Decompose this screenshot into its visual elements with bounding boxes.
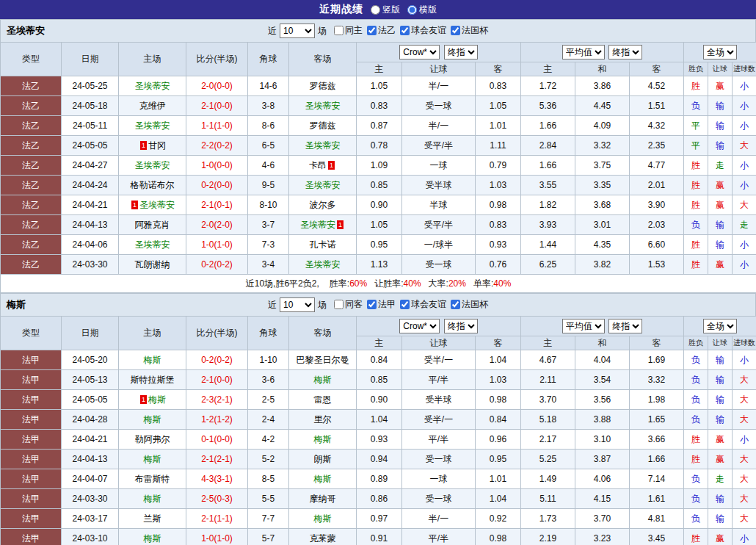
home-team-link[interactable]: 瓦朗谢纳 <box>135 259 170 270</box>
match-count-select[interactable]: 10 <box>280 24 315 38</box>
result-cell: 负 <box>684 390 708 410</box>
away-team-link[interactable]: 梅斯 <box>314 474 332 484</box>
away-team-link[interactable]: 波尔多 <box>310 200 336 210</box>
vertical-layout-radio[interactable] <box>371 5 380 15</box>
away-team-link[interactable]: 圣埃蒂安 <box>305 101 341 111</box>
filter-option[interactable]: 法甲 <box>367 298 396 311</box>
home-team-link[interactable]: 梅斯 <box>144 454 161 464</box>
filter-checkbox[interactable] <box>451 300 460 309</box>
layout-option-vertical[interactable]: 竖版 <box>371 4 400 16</box>
away-team-link[interactable]: 圣埃蒂安 <box>305 259 341 270</box>
away-team-link[interactable]: 梅斯 <box>314 513 332 524</box>
asian-index-select[interactable]: 终指 <box>444 45 478 59</box>
away-team-link[interactable]: 罗德兹 <box>310 120 336 131</box>
corners-cell: 8-6 <box>248 116 289 136</box>
euro-odds-cell: 4.15 <box>575 489 630 509</box>
home-team-link[interactable]: 梅斯 <box>144 533 161 544</box>
away-team-link[interactable]: 里尔 <box>314 414 332 425</box>
away-team-link[interactable]: 卡昂 <box>309 160 327 170</box>
home-team-link[interactable]: 圣埃蒂安 <box>135 239 170 250</box>
horizontal-layout-radio[interactable] <box>407 5 417 15</box>
home-team-link[interactable]: 格勒诺布尔 <box>131 180 175 190</box>
home-team-link[interactable]: 斯特拉斯堡 <box>131 375 175 385</box>
sections-container: 圣埃蒂安 近 10 场 同主法乙球会友谊法国杯 类型 日期 主场 <box>0 19 756 545</box>
euro-index-select[interactable]: 终指 <box>608 319 642 333</box>
result-scope-select[interactable]: 全场 <box>703 319 737 333</box>
games-label: 场 <box>318 25 327 37</box>
home-team-link[interactable]: 圣埃蒂安 <box>135 120 170 131</box>
away-team-link[interactable]: 克莱蒙 <box>310 533 336 544</box>
filter-option[interactable]: 球会友谊 <box>400 298 446 311</box>
home-team-link[interactable]: 兰斯 <box>144 513 161 524</box>
away-team-link[interactable]: 圣埃蒂安 <box>300 220 335 230</box>
filter-option[interactable]: 同主 <box>334 24 363 37</box>
home-team-link[interactable]: 圣埃蒂安 <box>139 200 175 210</box>
asian-odds-controls: Crow* 终指 <box>357 317 521 336</box>
layout-option-horizontal[interactable]: 横版 <box>407 4 437 16</box>
filter-option[interactable]: 法乙 <box>367 24 396 37</box>
away-team-link[interactable]: 梅斯 <box>314 375 332 385</box>
filter-checkbox[interactable] <box>451 26 460 35</box>
home-team-cell: 格勒诺布尔 <box>119 176 186 195</box>
home-team-link[interactable]: 圣埃蒂安 <box>135 81 170 91</box>
home-team-link[interactable]: 梅斯 <box>144 414 161 425</box>
bookmaker-select[interactable]: Crow* <box>399 319 440 333</box>
euro-index-select[interactable]: 终指 <box>608 45 642 59</box>
filter-checkbox[interactable] <box>400 300 410 309</box>
home-team-link[interactable]: 梅斯 <box>144 494 161 504</box>
euro-odds-cell: 1.69 <box>630 350 684 370</box>
away-team-link[interactable]: 雷恩 <box>314 394 332 405</box>
away-team-link[interactable]: 圣埃蒂安 <box>305 140 341 151</box>
match-count-select[interactable]: 10 <box>280 297 315 312</box>
filter-option[interactable]: 同客 <box>334 298 363 311</box>
filter-option[interactable]: 球会友谊 <box>400 24 446 37</box>
away-team-link[interactable]: 巴黎圣日尔曼 <box>297 355 349 365</box>
home-team-link[interactable]: 克维伊 <box>139 101 166 111</box>
away-team-link[interactable]: 朗斯 <box>314 454 332 464</box>
filter-checkbox[interactable] <box>400 26 410 35</box>
euro-odds-cell: 3.90 <box>630 195 684 215</box>
col-header-euro-away: 客 <box>630 336 684 350</box>
asian-odds-cell: 0.91 <box>357 529 402 545</box>
home-team-link[interactable]: 阿雅克肖 <box>135 220 170 230</box>
result-scope-select[interactable]: 全场 <box>703 45 737 59</box>
section-team-name: 圣埃蒂安 <box>7 24 45 37</box>
filter-checkbox[interactable] <box>367 26 377 35</box>
league-cell: 法乙 <box>1 255 62 275</box>
result-cell: 负 <box>684 469 708 489</box>
filter-checkbox[interactable] <box>367 300 377 309</box>
bookmaker-select[interactable]: Crow* <box>399 45 440 59</box>
league-cell: 法乙 <box>1 96 62 116</box>
recent-results-page: 近期战绩 竖版 横版 圣埃蒂安 近 10 场 同主法乙球会友谊法国杯 <box>0 0 756 545</box>
home-team-link[interactable]: 梅斯 <box>144 355 161 365</box>
away-team-link[interactable]: 梅斯 <box>314 434 332 444</box>
euro-odds-cell: 1.66 <box>630 450 684 469</box>
col-header-euro-home: 主 <box>521 336 575 350</box>
away-team-link[interactable]: 罗德兹 <box>310 81 336 91</box>
result-cell: 胜 <box>684 450 708 469</box>
home-team-link[interactable]: 梅斯 <box>148 394 166 405</box>
filter-option[interactable]: 法国杯 <box>451 298 488 311</box>
home-team-link[interactable]: 勒阿弗尔 <box>135 434 170 444</box>
euro-odds-cell: 1.72 <box>521 76 575 96</box>
away-team-cell: 里尔 <box>289 410 357 430</box>
home-team-link[interactable]: 圣埃蒂安 <box>135 160 170 170</box>
filter-checkbox[interactable] <box>334 300 344 309</box>
away-team-link[interactable]: 摩纳哥 <box>310 494 336 504</box>
euro-source-select[interactable]: 平均值 <box>562 319 605 333</box>
home-team-link[interactable]: 布雷斯特 <box>135 474 170 484</box>
score-cell: 4-3(3-1) <box>186 469 248 489</box>
filter-option[interactable]: 法国杯 <box>451 24 488 37</box>
score-cell: 2-1(0-0) <box>186 370 248 390</box>
near-label: 近 <box>268 25 277 37</box>
team-section: 圣埃蒂安 近 10 场 同主法乙球会友谊法国杯 类型 日期 主场 <box>0 19 756 293</box>
asian-index-select[interactable]: 终指 <box>444 319 478 333</box>
score-cell: 2-0(2-0) <box>186 215 248 235</box>
away-team-link[interactable]: 孔卡诺 <box>310 239 336 250</box>
col-header-type: 类型 <box>1 317 62 350</box>
home-team-link[interactable]: 甘冈 <box>148 140 166 151</box>
filter-checkbox[interactable] <box>334 26 344 35</box>
away-team-link[interactable]: 圣埃蒂安 <box>305 180 341 190</box>
euro-source-select[interactable]: 平均值 <box>562 45 605 59</box>
summary-row-wrap: 近10场,胜6平2负2,胜率:60%让胜率:40%大率:20%单率:40% <box>1 275 756 293</box>
